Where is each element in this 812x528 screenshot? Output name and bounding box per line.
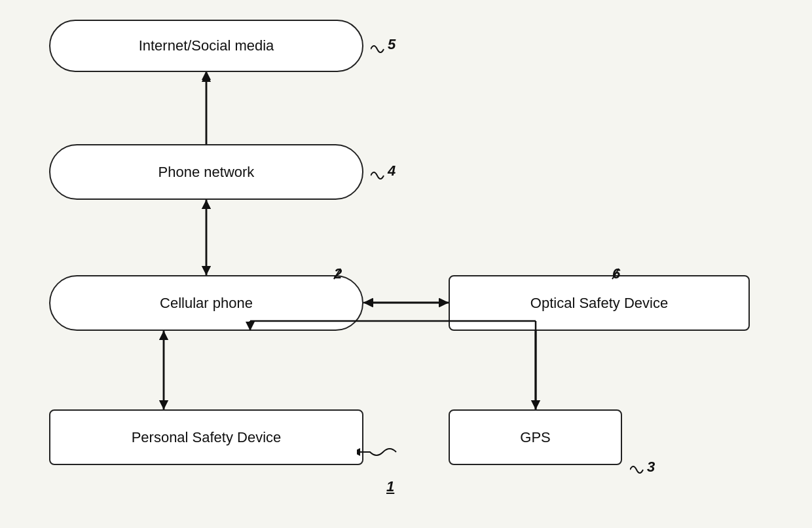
svg-marker-1	[202, 71, 211, 80]
svg-marker-25	[159, 331, 168, 340]
personal-safety-device-box: Personal Safety Device	[49, 409, 363, 465]
gps-box: GPS	[449, 409, 622, 465]
svg-marker-24	[159, 400, 168, 409]
personal-safety-device-label: Personal Safety Device	[132, 429, 282, 446]
wavy-line-5	[371, 39, 410, 59]
internet-social-media-box: Internet/Social media	[49, 20, 363, 72]
svg-marker-3	[202, 266, 211, 275]
svg-line-33	[612, 269, 619, 279]
wavy-line-3	[630, 462, 669, 478]
wavy-line-4	[371, 166, 410, 185]
label-1: 1	[386, 478, 394, 495]
slash-6	[609, 267, 622, 280]
phone-network-box: Phone network	[49, 144, 363, 200]
internet-social-media-label: Internet/Social media	[139, 37, 274, 54]
slash-2	[331, 267, 344, 280]
cellular-phone-box: Cellular phone	[49, 275, 363, 331]
svg-marker-4	[202, 200, 211, 209]
phone-network-label: Phone network	[158, 164, 255, 181]
svg-marker-12	[531, 400, 540, 409]
svg-marker-19	[202, 200, 211, 209]
svg-marker-10	[159, 331, 168, 340]
svg-marker-16	[202, 72, 211, 82]
svg-line-32	[334, 269, 341, 279]
svg-marker-6	[439, 298, 449, 307]
cellular-phone-label: Cellular phone	[160, 295, 253, 312]
wavy-arrow-1	[357, 439, 403, 465]
svg-marker-27	[531, 400, 540, 409]
svg-marker-7	[363, 298, 373, 307]
svg-marker-21	[439, 298, 449, 307]
diagram-container: Internet/Social media 5 Phone network 4 …	[0, 0, 812, 528]
optical-safety-device-label: Optical Safety Device	[530, 295, 668, 312]
svg-marker-18	[202, 266, 211, 275]
optical-safety-device-box: Optical Safety Device	[449, 275, 750, 331]
svg-marker-9	[159, 400, 168, 409]
svg-marker-22	[363, 298, 373, 307]
gps-label: GPS	[520, 429, 550, 446]
